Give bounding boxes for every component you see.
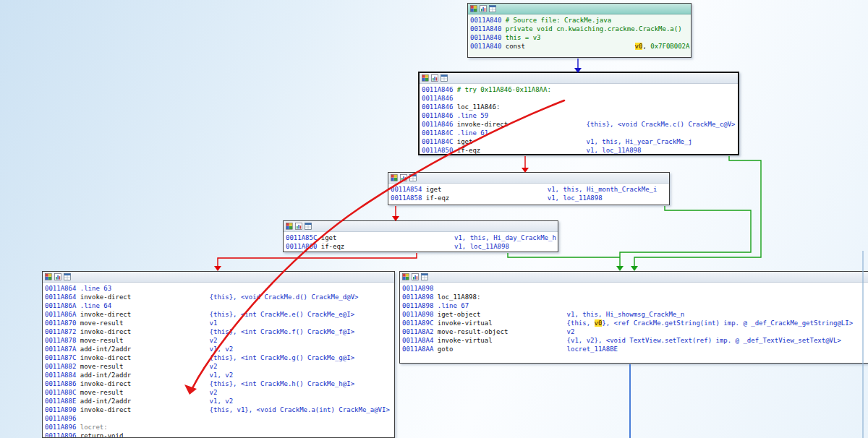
node-icon-chart[interactable] bbox=[295, 223, 302, 230]
code-line[interactable]: 0011A846.line 59 bbox=[422, 111, 738, 120]
node-code: 0011A846# try 0x11A846-0x11A8AA:0011A846… bbox=[420, 84, 738, 154]
code-segment-a: 0011A846 bbox=[422, 85, 457, 94]
code-segment-a: {this}, <int CrackMe.f() CrackMe_f@I> bbox=[210, 328, 354, 335]
edge-day-to-calc-arrowhead bbox=[214, 266, 221, 271]
code-line[interactable]: 0011A85Cigetv1, this, Hi_day_CrackMe_h bbox=[286, 233, 558, 242]
node-icon-palette[interactable] bbox=[45, 273, 52, 280]
code-line[interactable]: 0011A840this = v3 bbox=[470, 33, 691, 42]
code-line[interactable]: 0011A88Eadd-int/2addrv1, v2 bbox=[45, 397, 394, 405]
node-header[interactable] bbox=[420, 73, 738, 84]
graph-node-day-check[interactable]: 0011A85Cigetv1, this, Hi_day_CrackMe_h00… bbox=[283, 220, 558, 252]
code-segment-a: 0011A854 bbox=[391, 185, 426, 194]
node-icon-window[interactable] bbox=[421, 273, 428, 280]
node-icon-chart[interactable] bbox=[412, 273, 419, 280]
code-line[interactable]: 0011A846loc_11A846: bbox=[422, 103, 738, 111]
code-line[interactable]: 0011A864.line 63 bbox=[45, 284, 394, 293]
code-line[interactable]: 0011A840# Source file: CrackMe.java bbox=[470, 16, 691, 25]
code-line[interactable]: 0011A854igetv1, this, Hi_month_CrackMe_i bbox=[391, 185, 669, 194]
node-icon-palette[interactable] bbox=[470, 5, 477, 12]
node-icon-palette[interactable] bbox=[402, 273, 409, 280]
code-line[interactable]: 0011A88Cmove-resultv2 bbox=[45, 388, 394, 397]
code-segment-a: 0011A840 bbox=[470, 25, 506, 33]
node-icon-window[interactable] bbox=[489, 5, 496, 12]
graph-node-try-year-check[interactable]: 0011A846# try 0x11A846-0x11A8AA:0011A846… bbox=[418, 72, 739, 155]
code-line[interactable]: 0011A898loc_11A898: bbox=[402, 293, 868, 301]
node-icon-chart[interactable] bbox=[431, 74, 438, 82]
code-line[interactable]: 0011A84C.line 61 bbox=[422, 129, 738, 137]
code-segment-hl: v0 bbox=[595, 319, 603, 327]
node-header[interactable] bbox=[388, 173, 669, 184]
code-segment-a: v2 bbox=[210, 363, 218, 370]
code-segment-k: iget-object bbox=[438, 310, 567, 319]
node-icon-palette[interactable] bbox=[422, 74, 429, 82]
code-segment-k: move-result bbox=[80, 336, 210, 345]
code-line[interactable]: 0011A898.line 67 bbox=[402, 301, 868, 310]
code-line[interactable]: 0011A87Aadd-int/2addrv1, v2 bbox=[45, 345, 394, 353]
code-line[interactable]: 0011A89Cinvoke-virtual{this, v0}, <ref C… bbox=[402, 319, 868, 327]
code-line[interactable]: 0011A890invoke-direct{this, v1}, <void C… bbox=[45, 405, 394, 414]
code-line[interactable]: 0011A858if-eqzv1, loc_11A898 bbox=[391, 194, 669, 202]
code-segment-k: add-int/2addr bbox=[80, 371, 210, 379]
code-segment-a: v1, v2 bbox=[210, 372, 234, 379]
code-segment-k: invoke-direct bbox=[457, 120, 587, 129]
code-line[interactable]: 0011A896locret: bbox=[45, 423, 394, 431]
code-line[interactable]: 0011A896 bbox=[45, 414, 394, 423]
graph-node-showmsg[interactable]: 0011A8980011A898loc_11A898:0011A898.line… bbox=[399, 271, 868, 364]
code-line[interactable]: 0011A86Ainvoke-direct{this}, <int CrackM… bbox=[45, 310, 394, 319]
node-icon-palette[interactable] bbox=[286, 223, 293, 230]
node-icon-chart[interactable] bbox=[480, 5, 487, 12]
code-line[interactable]: 0011A850if-eqzv1, loc_11A898 bbox=[422, 146, 738, 154]
code-line[interactable]: 0011A87Cinvoke-direct{this}, <int CrackM… bbox=[45, 353, 394, 362]
node-header[interactable] bbox=[400, 272, 868, 283]
code-segment-a: v1, this, Hi_year_CrackMe_j bbox=[587, 138, 692, 145]
node-icon-palette[interactable] bbox=[391, 174, 398, 181]
node-icon-chart[interactable] bbox=[54, 273, 61, 280]
code-segment-a: 0011A8A4 bbox=[402, 336, 438, 345]
graph-node-entry-const[interactable]: 0011A840# Source file: CrackMe.java0011A… bbox=[467, 3, 692, 58]
node-header[interactable] bbox=[284, 221, 558, 232]
code-segment-a: 0011A846 bbox=[422, 111, 457, 120]
code-line[interactable]: 0011A870move-resultv1 bbox=[45, 319, 394, 327]
code-line[interactable]: 0011A8AAgotolocret_11A8BE bbox=[402, 345, 868, 353]
code-segment-a: 0011A840 bbox=[470, 33, 506, 42]
code-segment-a: v1 bbox=[210, 319, 218, 327]
code-line[interactable]: 0011A860if-eqzv1, loc_11A898 bbox=[286, 242, 558, 251]
code-segment-k: iget bbox=[457, 137, 587, 146]
code-segment-a: 0011A86A bbox=[45, 301, 80, 310]
node-icon-chart[interactable] bbox=[400, 174, 407, 181]
code-line[interactable]: 0011A872invoke-direct{this}, <int CrackM… bbox=[45, 327, 394, 336]
code-line[interactable]: 0011A84Cigetv1, this, Hi_year_CrackMe_j bbox=[422, 137, 738, 146]
code-line[interactable]: 0011A846 bbox=[422, 94, 738, 103]
code-line[interactable]: 0011A896return-void bbox=[45, 431, 394, 437]
code-line[interactable]: 0011A898iget-objectv1, this, Hi_showmsg_… bbox=[402, 310, 868, 319]
code-line[interactable]: 0011A864invoke-direct{this}, <void Crack… bbox=[45, 293, 394, 301]
graph-view[interactable]: 0011A840# Source file: CrackMe.java0011A… bbox=[0, 0, 868, 438]
node-icon-window[interactable] bbox=[409, 174, 417, 181]
code-line[interactable]: 0011A886invoke-direct{this}, <int CrackM… bbox=[45, 379, 394, 388]
code-segment-a: 0011A870 bbox=[45, 319, 80, 327]
code-line[interactable]: 0011A878move-resultv2 bbox=[45, 336, 394, 345]
graph-node-month-check[interactable]: 0011A854igetv1, this, Hi_month_CrackMe_i… bbox=[388, 172, 670, 205]
code-line[interactable]: 0011A846# try 0x11A846-0x11A8AA: bbox=[422, 85, 738, 94]
code-segment-a: 0011A8AA bbox=[402, 345, 438, 353]
code-line[interactable]: 0011A898 bbox=[402, 284, 868, 293]
code-line[interactable]: 0011A86A.line 64 bbox=[45, 301, 394, 310]
code-line[interactable]: 0011A846invoke-direct{this}, <void Crack… bbox=[422, 120, 738, 129]
node-icon-window[interactable] bbox=[441, 74, 448, 82]
code-line[interactable]: 0011A840private void cn.kwaiching.crackm… bbox=[470, 25, 691, 33]
code-line[interactable]: 0011A840constv0, 0x7F0B002A bbox=[470, 42, 691, 51]
node-header[interactable] bbox=[468, 4, 691, 14]
node-header[interactable] bbox=[43, 272, 394, 283]
code-line[interactable]: 0011A884add-int/2addrv1, v2 bbox=[45, 371, 394, 379]
node-icon-window[interactable] bbox=[64, 273, 71, 280]
code-line[interactable]: 0011A8A2move-result-objectv2 bbox=[402, 327, 868, 336]
code-segment-k: move-result bbox=[80, 362, 210, 371]
node-icon-window[interactable] bbox=[305, 223, 312, 230]
code-line[interactable]: 0011A8A4invoke-virtual{v1, v2}, <void Te… bbox=[402, 336, 868, 345]
code-segment-k: if-eqz bbox=[457, 146, 587, 154]
graph-node-calc-return[interactable]: 0011A864.line 630011A864invoke-direct{th… bbox=[42, 271, 395, 438]
code-segment-k: iget bbox=[426, 185, 548, 194]
code-segment-a: 0011A896 bbox=[45, 431, 80, 437]
code-segment-g: this = v3 bbox=[506, 34, 541, 41]
code-line[interactable]: 0011A882move-resultv2 bbox=[45, 362, 394, 371]
